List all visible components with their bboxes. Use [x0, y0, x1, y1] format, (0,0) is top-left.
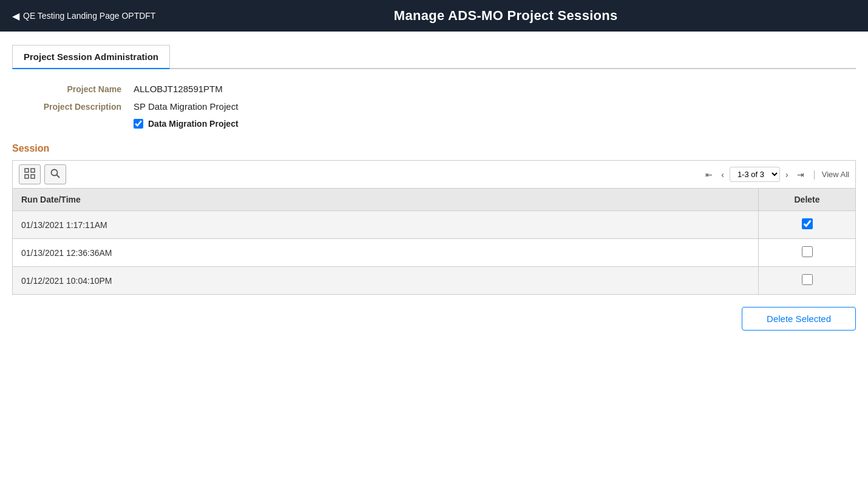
delete-checkbox-2[interactable]	[802, 274, 813, 285]
delete-checkbox-0[interactable]	[802, 218, 813, 229]
project-description-row: Project Description SP Data Migration Pr…	[12, 101, 856, 112]
page-select[interactable]: 1-3 of 3	[730, 167, 780, 182]
back-arrow-icon: ◀	[12, 10, 19, 22]
session-section: Session ⇤ ‹	[12, 143, 856, 295]
data-migration-checkbox[interactable]	[134, 119, 143, 129]
cell-run-date-time: 01/13/2021 12:36:36AM	[13, 239, 759, 267]
prev-page-button[interactable]: ‹	[718, 169, 727, 181]
table-row: 01/13/2021 12:36:36AM	[13, 239, 856, 267]
cell-delete	[759, 211, 856, 239]
cell-delete	[759, 239, 856, 267]
project-name-value: ALLOBJT128591PTM	[134, 84, 223, 94]
cell-delete	[759, 267, 856, 295]
project-description-label: Project Description	[12, 102, 134, 112]
table-toolbar: ⇤ ‹ 1-3 of 3 › ⇥ | View All	[12, 160, 856, 188]
page-divider: |	[813, 169, 816, 180]
view-all-link[interactable]: View All	[822, 170, 849, 179]
cell-run-date-time: 01/13/2021 1:17:11AM	[13, 211, 759, 239]
data-migration-checkbox-row: Data Migration Project	[134, 119, 856, 129]
back-link-label: QE Testing Landing Page OPTDFT	[23, 11, 155, 21]
next-page-button[interactable]: ›	[782, 169, 792, 181]
last-page-button[interactable]: ⇥	[794, 169, 807, 181]
project-description-value: SP Data Migration Project	[134, 101, 238, 112]
project-name-row: Project Name ALLOBJT128591PTM	[12, 84, 856, 94]
search-icon	[50, 168, 61, 179]
tab-bar: Project Session Administration	[12, 44, 856, 69]
grid-icon	[24, 168, 35, 179]
data-migration-label: Data Migration Project	[148, 119, 239, 129]
table-row: 01/13/2021 1:17:11AM	[13, 211, 856, 239]
col-run-date-time: Run Date/Time	[13, 189, 759, 211]
project-name-label: Project Name	[12, 84, 134, 94]
col-delete: Delete	[759, 189, 856, 211]
table-header-row: Run Date/Time Delete	[13, 189, 856, 211]
svg-rect-2	[25, 175, 29, 178]
svg-rect-3	[31, 175, 35, 178]
svg-point-4	[52, 170, 58, 176]
project-info: Project Name ALLOBJT128591PTM Project De…	[12, 84, 856, 129]
pagination: ⇤ ‹ 1-3 of 3 › ⇥ | View All	[702, 167, 849, 182]
session-section-title: Session	[12, 143, 856, 154]
tab-project-session-admin[interactable]: Project Session Administration	[12, 45, 170, 69]
svg-line-5	[57, 175, 60, 178]
page-content: Project Session Administration Project N…	[0, 32, 868, 355]
top-header: ◀ QE Testing Landing Page OPTDFT Manage …	[0, 0, 868, 32]
delete-btn-row: Delete Selected	[12, 307, 856, 331]
search-button[interactable]	[44, 164, 66, 184]
page-title: Manage ADS-MO Project Sessions	[155, 8, 856, 24]
delete-selected-button[interactable]: Delete Selected	[742, 307, 856, 331]
grid-view-button[interactable]	[19, 164, 41, 184]
cell-run-date-time: 01/12/2021 10:04:10PM	[13, 267, 759, 295]
svg-rect-1	[31, 169, 35, 172]
first-page-button[interactable]: ⇤	[702, 169, 716, 181]
back-link[interactable]: ◀ QE Testing Landing Page OPTDFT	[12, 10, 155, 22]
delete-checkbox-1[interactable]	[802, 246, 813, 257]
session-table: Run Date/Time Delete 01/13/2021 1:17:11A…	[12, 188, 856, 295]
svg-rect-0	[25, 169, 29, 172]
table-row: 01/12/2021 10:04:10PM	[13, 267, 856, 295]
